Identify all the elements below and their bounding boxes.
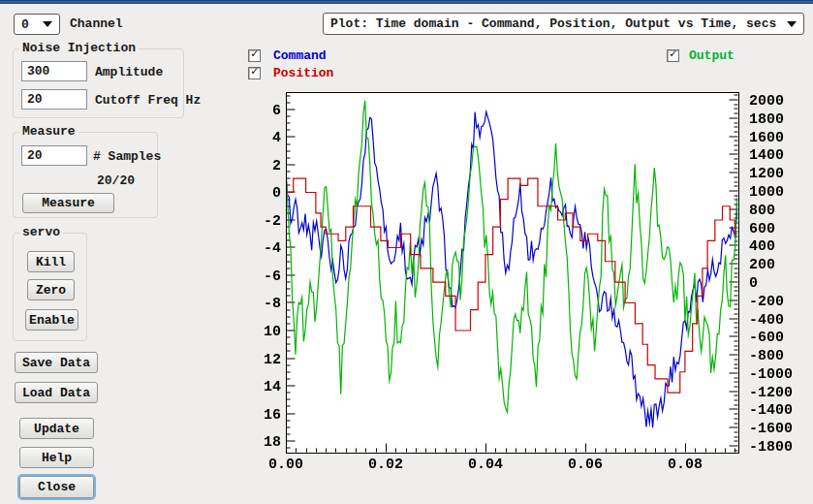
cutoff-freq-input-value: 20 [27,92,43,107]
check-icon: ✓ [251,67,258,78]
position-checkbox[interactable]: ✓ [248,67,261,79]
channel-select-value: 0 [15,17,39,32]
noise-injection-title: Noise Injection [19,42,139,54]
plot-select-value: Plot: Time domain - Command, Position, O… [324,16,783,31]
measure-progress: 20/20 [97,174,135,188]
output-checkbox[interactable]: ✓ [667,49,679,62]
update-button[interactable]: Update [19,418,94,439]
amplitude-input[interactable]: 300 [21,61,87,81]
servo-title: servo [19,226,63,238]
amplitude-label: Amplitude [95,66,163,79]
samples-input-value: 20 [27,148,43,163]
output-checkbox-label[interactable]: Output [689,49,735,63]
measure-button[interactable]: Measure [22,193,114,213]
app-window: 0 Channel Plot: Time domain - Command, P… [0,0,813,504]
save-data-button[interactable]: Save Data [15,352,98,373]
channel-select[interactable]: 0 [14,14,60,35]
measure-title: Measure [19,125,78,138]
plot-canvas [262,83,813,494]
samples-input[interactable]: 20 [21,145,87,166]
command-checkbox[interactable]: ✓ [248,49,261,62]
plot-select[interactable]: Plot: Time domain - Command, Position, O… [323,13,804,35]
cutoff-freq-label: Cutoff Freq Hz [95,94,201,108]
kill-button[interactable]: Kill [27,251,75,272]
samples-label: # Samples [93,150,161,164]
check-icon: ✓ [670,49,676,60]
zero-button[interactable]: Zero [27,279,75,300]
help-button[interactable]: Help [19,447,94,468]
enable-button[interactable]: Enable [25,309,78,331]
chevron-down-icon [43,21,52,27]
chevron-down-icon [787,21,797,27]
close-button[interactable]: Close [19,476,94,498]
command-checkbox-label[interactable]: Command [273,49,327,63]
load-data-button[interactable]: Load Data [15,382,98,403]
amplitude-input-value: 300 [27,64,49,79]
channel-label: Channel [70,17,123,31]
cutoff-freq-input[interactable]: 20 [21,89,87,110]
check-icon: ✓ [251,49,258,60]
window-title-bar-edge [0,0,813,4]
position-checkbox-label[interactable]: Position [273,67,333,80]
